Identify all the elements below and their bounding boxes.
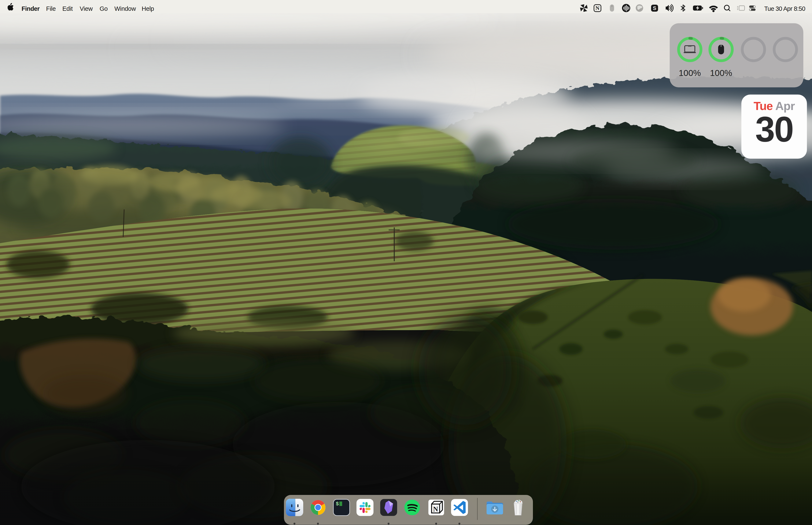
svg-text:N: N [596, 5, 599, 11]
svg-text:N: N [433, 505, 438, 513]
svg-text:$: $ [336, 501, 339, 507]
svg-text:S: S [653, 5, 656, 11]
